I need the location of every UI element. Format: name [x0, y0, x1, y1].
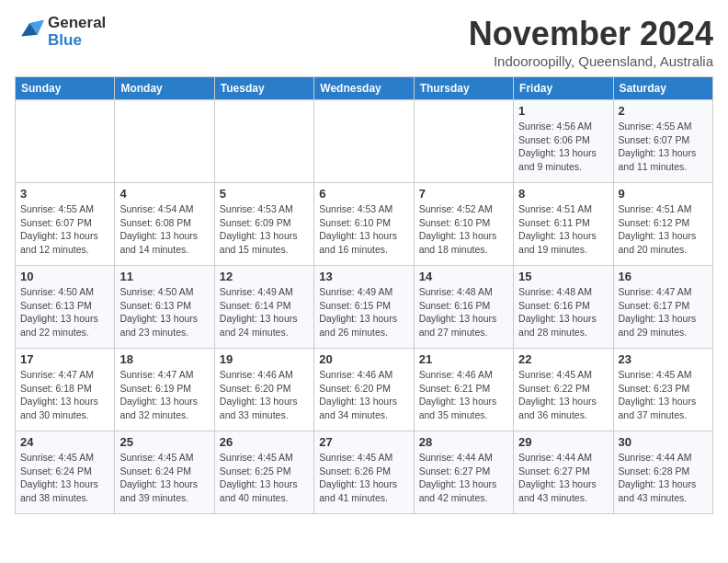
day-number: 26 [220, 435, 309, 449]
calendar-cell: 15Sunrise: 4:48 AMSunset: 6:16 PMDayligh… [514, 266, 613, 349]
day-number: 29 [518, 435, 608, 449]
calendar-cell: 16Sunrise: 4:47 AMSunset: 6:17 PMDayligh… [613, 266, 712, 349]
weekday-header: Sunday [16, 77, 115, 100]
day-info: Sunrise: 4:53 AMSunset: 6:09 PMDaylight:… [220, 202, 309, 257]
day-info: Sunrise: 4:45 AMSunset: 6:22 PMDaylight:… [518, 368, 608, 422]
day-number: 28 [419, 435, 508, 449]
day-number: 7 [419, 187, 508, 201]
calendar-cell: 4Sunrise: 4:54 AMSunset: 6:08 PMDaylight… [115, 183, 214, 266]
day-number: 24 [20, 435, 109, 449]
day-number: 9 [619, 187, 708, 201]
day-number: 15 [518, 270, 608, 283]
page-header: General Blue November 2024 Indooroopilly… [15, 15, 713, 69]
calendar-cell: 10Sunrise: 4:50 AMSunset: 6:13 PMDayligh… [16, 266, 115, 349]
day-number: 2 [619, 104, 708, 118]
day-info: Sunrise: 4:48 AMSunset: 6:16 PMDaylight:… [419, 285, 508, 339]
day-number: 27 [319, 435, 408, 449]
day-info: Sunrise: 4:47 AMSunset: 6:18 PMDaylight:… [20, 368, 109, 422]
calendar-table: SundayMondayTuesdayWednesdayThursdayFrid… [15, 76, 713, 514]
day-info: Sunrise: 4:51 AMSunset: 6:11 PMDaylight:… [518, 202, 608, 257]
day-number: 12 [220, 270, 309, 283]
day-number: 8 [518, 187, 608, 201]
calendar-cell [115, 100, 214, 183]
calendar-header-row: SundayMondayTuesdayWednesdayThursdayFrid… [16, 77, 713, 100]
logo-blue: Blue [48, 32, 106, 50]
month-title: November 2024 [469, 15, 713, 53]
logo: General Blue [15, 15, 106, 49]
calendar-cell: 25Sunrise: 4:45 AMSunset: 6:24 PMDayligh… [115, 431, 214, 514]
weekday-header: Wednesday [314, 77, 414, 100]
calendar-cell: 30Sunrise: 4:44 AMSunset: 6:28 PMDayligh… [613, 431, 712, 514]
day-number: 17 [20, 352, 109, 366]
day-info: Sunrise: 4:52 AMSunset: 6:10 PMDaylight:… [419, 202, 508, 257]
day-info: Sunrise: 4:46 AMSunset: 6:21 PMDaylight:… [419, 368, 508, 422]
calendar-cell: 20Sunrise: 4:46 AMSunset: 6:20 PMDayligh… [314, 349, 414, 431]
day-info: Sunrise: 4:50 AMSunset: 6:13 PMDaylight:… [20, 285, 109, 339]
calendar-cell: 26Sunrise: 4:45 AMSunset: 6:25 PMDayligh… [214, 431, 313, 514]
weekday-header: Friday [514, 77, 613, 100]
calendar-cell: 7Sunrise: 4:52 AMSunset: 6:10 PMDaylight… [414, 183, 513, 266]
day-info: Sunrise: 4:44 AMSunset: 6:28 PMDaylight:… [619, 451, 708, 505]
day-info: Sunrise: 4:45 AMSunset: 6:24 PMDaylight:… [20, 451, 109, 505]
calendar-cell: 8Sunrise: 4:51 AMSunset: 6:11 PMDaylight… [514, 183, 613, 266]
calendar-cell: 24Sunrise: 4:45 AMSunset: 6:24 PMDayligh… [16, 431, 115, 514]
calendar-row: 24Sunrise: 4:45 AMSunset: 6:24 PMDayligh… [16, 431, 713, 514]
day-number: 21 [419, 352, 508, 366]
day-number: 4 [119, 187, 209, 201]
day-info: Sunrise: 4:45 AMSunset: 6:26 PMDaylight:… [319, 451, 408, 505]
calendar-cell: 6Sunrise: 4:53 AMSunset: 6:10 PMDaylight… [314, 183, 414, 266]
day-number: 14 [419, 270, 508, 283]
calendar-cell: 12Sunrise: 4:49 AMSunset: 6:14 PMDayligh… [214, 266, 313, 349]
calendar-cell: 28Sunrise: 4:44 AMSunset: 6:27 PMDayligh… [414, 431, 513, 514]
day-info: Sunrise: 4:44 AMSunset: 6:27 PMDaylight:… [518, 451, 608, 505]
weekday-header: Thursday [414, 77, 513, 100]
weekday-header: Saturday [613, 77, 712, 100]
day-info: Sunrise: 4:53 AMSunset: 6:10 PMDaylight:… [319, 202, 408, 257]
day-number: 1 [518, 104, 608, 118]
calendar-cell: 22Sunrise: 4:45 AMSunset: 6:22 PMDayligh… [514, 349, 613, 431]
calendar-row: 1Sunrise: 4:56 AMSunset: 6:06 PMDaylight… [16, 100, 713, 183]
day-info: Sunrise: 4:48 AMSunset: 6:16 PMDaylight:… [518, 285, 608, 339]
day-number: 19 [220, 352, 309, 366]
calendar-cell: 21Sunrise: 4:46 AMSunset: 6:21 PMDayligh… [414, 349, 513, 431]
day-number: 10 [20, 270, 109, 283]
calendar-cell [314, 100, 414, 183]
day-info: Sunrise: 4:56 AMSunset: 6:06 PMDaylight:… [518, 120, 608, 174]
calendar-cell: 19Sunrise: 4:46 AMSunset: 6:20 PMDayligh… [214, 349, 313, 431]
calendar-cell: 3Sunrise: 4:55 AMSunset: 6:07 PMDaylight… [16, 183, 115, 266]
calendar-cell: 13Sunrise: 4:49 AMSunset: 6:15 PMDayligh… [314, 266, 414, 349]
calendar-cell [414, 100, 513, 183]
day-info: Sunrise: 4:49 AMSunset: 6:15 PMDaylight:… [319, 285, 408, 339]
logo-icon [15, 19, 44, 45]
day-number: 3 [20, 187, 109, 201]
weekday-header: Monday [115, 77, 214, 100]
calendar-cell: 9Sunrise: 4:51 AMSunset: 6:12 PMDaylight… [613, 183, 712, 266]
calendar-cell: 1Sunrise: 4:56 AMSunset: 6:06 PMDaylight… [514, 100, 613, 183]
logo-general: General [48, 15, 106, 32]
day-info: Sunrise: 4:44 AMSunset: 6:27 PMDaylight:… [419, 451, 508, 505]
day-info: Sunrise: 4:55 AMSunset: 6:07 PMDaylight:… [20, 202, 109, 257]
location: Indooroopilly, Queensland, Australia [469, 53, 713, 69]
calendar-body: 1Sunrise: 4:56 AMSunset: 6:06 PMDaylight… [16, 100, 713, 514]
calendar-row: 17Sunrise: 4:47 AMSunset: 6:18 PMDayligh… [16, 349, 713, 431]
day-number: 11 [119, 270, 209, 283]
day-info: Sunrise: 4:46 AMSunset: 6:20 PMDaylight:… [220, 368, 309, 422]
calendar-cell [214, 100, 313, 183]
day-info: Sunrise: 4:49 AMSunset: 6:14 PMDaylight:… [220, 285, 309, 339]
day-number: 25 [119, 435, 209, 449]
day-info: Sunrise: 4:47 AMSunset: 6:17 PMDaylight:… [619, 285, 708, 339]
calendar-cell: 23Sunrise: 4:45 AMSunset: 6:23 PMDayligh… [613, 349, 712, 431]
day-info: Sunrise: 4:47 AMSunset: 6:19 PMDaylight:… [119, 368, 209, 422]
day-number: 13 [319, 270, 408, 283]
day-number: 22 [518, 352, 608, 366]
day-info: Sunrise: 4:45 AMSunset: 6:25 PMDaylight:… [220, 451, 309, 505]
calendar-cell [16, 100, 115, 183]
day-number: 6 [319, 187, 408, 201]
day-info: Sunrise: 4:50 AMSunset: 6:13 PMDaylight:… [119, 285, 209, 339]
day-number: 5 [220, 187, 309, 201]
calendar-cell: 11Sunrise: 4:50 AMSunset: 6:13 PMDayligh… [115, 266, 214, 349]
calendar-cell: 29Sunrise: 4:44 AMSunset: 6:27 PMDayligh… [514, 431, 613, 514]
day-info: Sunrise: 4:45 AMSunset: 6:24 PMDaylight:… [119, 451, 209, 505]
day-number: 20 [319, 352, 408, 366]
day-number: 18 [119, 352, 209, 366]
